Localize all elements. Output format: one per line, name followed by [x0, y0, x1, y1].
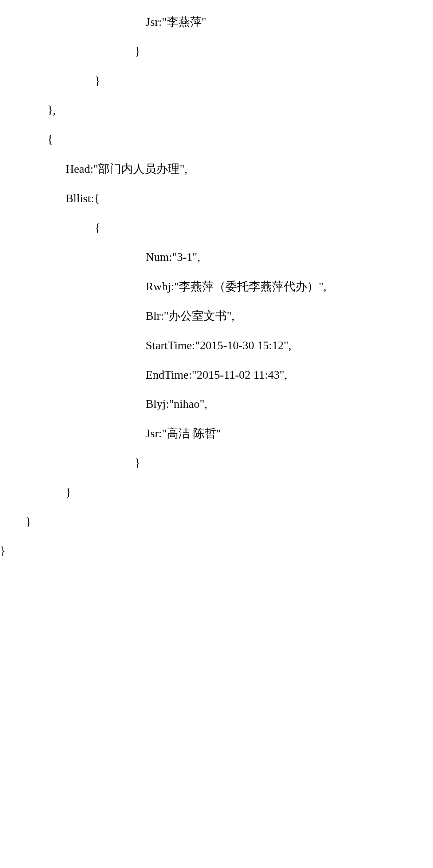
code-line: }: [0, 507, 433, 537]
code-line: Jsr:"高洁 陈哲": [0, 419, 433, 448]
code-line: EndTime:"2015-11-02 11:43",: [0, 360, 433, 390]
code-line: {: [0, 213, 433, 243]
code-line: Blyj:"nihao",: [0, 389, 433, 419]
code-line: Head:"部门内人员办理",: [0, 154, 433, 184]
code-line: }: [0, 536, 433, 566]
code-line: Num:"3-1",: [0, 242, 433, 272]
code-line: Blr:"办公室文书",: [0, 301, 433, 331]
code-line: }: [0, 37, 433, 66]
code-line: }: [0, 66, 433, 96]
code-listing: Jsr:"李燕萍" } } }, { Head:"部门内人员办理", Bllis…: [0, 0, 433, 580]
code-line: },: [0, 95, 433, 125]
code-line: {: [0, 125, 433, 154]
code-line: Jsr:"李燕萍": [0, 7, 433, 37]
code-line: Bllist:{: [0, 184, 433, 213]
code-line: }: [0, 448, 433, 478]
code-line: Rwhj:"李燕萍（委托李燕萍代办）",: [0, 272, 433, 301]
code-line: }: [0, 478, 433, 507]
code-line: StartTime:"2015-10-30 15:12",: [0, 331, 433, 360]
